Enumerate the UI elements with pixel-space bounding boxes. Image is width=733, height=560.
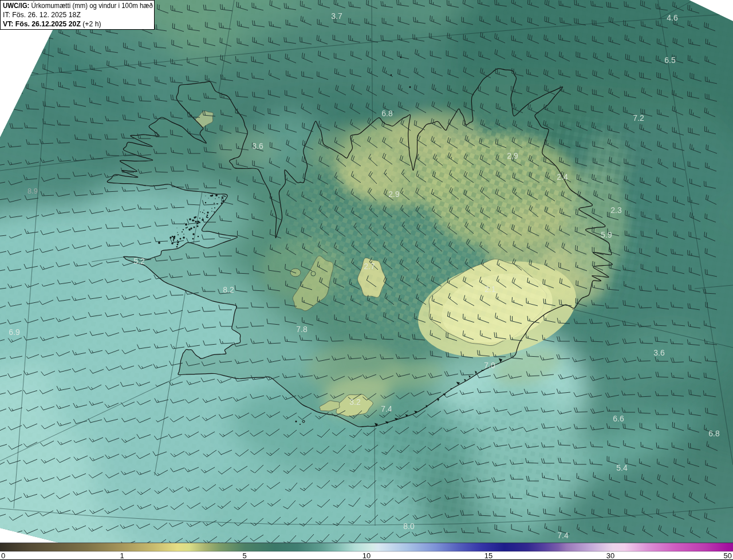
svg-text:3.6: 3.6 bbox=[252, 141, 263, 151]
svg-text:10: 10 bbox=[362, 551, 371, 560]
svg-text:2.9: 2.9 bbox=[507, 151, 518, 160]
svg-text:8.2: 8.2 bbox=[223, 285, 234, 294]
svg-text:7.4: 7.4 bbox=[557, 531, 569, 540]
svg-text:6.5: 6.5 bbox=[664, 56, 676, 65]
svg-text:4.6: 4.6 bbox=[667, 13, 678, 22]
svg-text:1: 1 bbox=[120, 551, 124, 560]
svg-text:3.7: 3.7 bbox=[331, 11, 342, 21]
svg-text:50: 50 bbox=[724, 551, 732, 560]
svg-text:3.6: 3.6 bbox=[653, 348, 665, 357]
svg-text:8.9: 8.9 bbox=[27, 187, 38, 195]
svg-text:30: 30 bbox=[606, 551, 614, 560]
svg-text:15: 15 bbox=[484, 551, 492, 560]
svg-text:7.4: 7.4 bbox=[381, 404, 392, 413]
svg-text:2.3: 2.3 bbox=[610, 206, 622, 215]
svg-text:6.6: 6.6 bbox=[613, 414, 624, 423]
svg-text:8.0: 8.0 bbox=[403, 522, 415, 531]
svg-text:6.8: 6.8 bbox=[381, 109, 393, 118]
svg-text:7.8: 7.8 bbox=[296, 325, 308, 334]
svg-text:7.2: 7.2 bbox=[633, 113, 644, 123]
svg-text:3.2: 3.2 bbox=[349, 397, 361, 407]
svg-text:2.9: 2.9 bbox=[388, 190, 400, 199]
svg-text:0: 0 bbox=[1, 551, 5, 560]
svg-text:5.9: 5.9 bbox=[601, 230, 612, 239]
svg-text:2.4: 2.4 bbox=[557, 172, 568, 182]
svg-text:2.1: 2.1 bbox=[484, 285, 496, 294]
svg-text:6.8: 6.8 bbox=[708, 429, 720, 438]
svg-text:5: 5 bbox=[242, 551, 246, 560]
svg-text:5.4: 5.4 bbox=[616, 463, 628, 472]
svg-text:2.7: 2.7 bbox=[364, 262, 375, 271]
svg-text:6.9: 6.9 bbox=[9, 328, 20, 337]
svg-text:5.2: 5.2 bbox=[133, 257, 145, 266]
svg-text:7.0: 7.0 bbox=[484, 361, 495, 370]
